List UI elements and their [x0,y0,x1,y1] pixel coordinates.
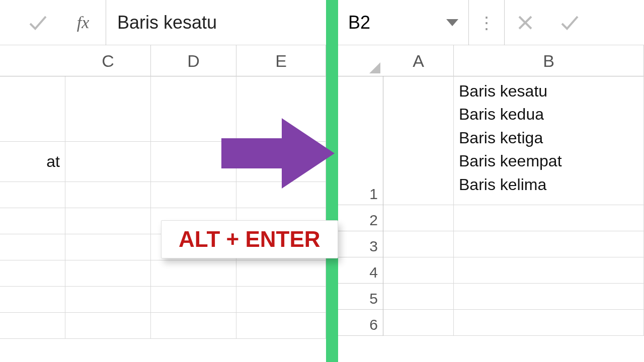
cell-line: Baris kedua [459,103,562,126]
column-headers: C D E [0,45,326,76]
cell[interactable] [0,76,65,142]
cell[interactable] [236,313,326,339]
select-all-triangle[interactable] [338,45,383,76]
col-header-blank [0,45,65,76]
cell[interactable] [383,205,454,231]
table-row[interactable] [0,260,326,287]
cell[interactable] [0,182,65,208]
shortcut-callout: ALT + ENTER [161,220,338,258]
cell[interactable] [65,142,151,182]
chevron-down-icon [446,19,458,26]
formula-bar: fx Baris kesatu [0,0,326,45]
cancel-icon[interactable] [504,0,544,45]
name-box[interactable]: B2 [338,0,469,45]
col-header-e[interactable]: E [236,45,326,76]
cell[interactable] [236,260,326,287]
cell[interactable] [151,260,236,287]
worksheet-grid-right[interactable]: A B 1 Baris kesatu Baris kedua Baris ket… [338,45,644,362]
cell[interactable] [0,313,65,339]
cell[interactable] [236,287,326,313]
table-row[interactable]: 1 Baris kesatu Baris kedua Baris ketiga … [338,76,644,205]
cell[interactable] [0,234,65,260]
cell[interactable] [65,234,151,260]
cell[interactable] [0,208,65,234]
column-headers: A B [338,45,644,76]
cell[interactable] [383,231,454,257]
cell[interactable] [454,231,644,257]
row-header[interactable]: 6 [338,310,383,336]
cell[interactable] [454,284,644,310]
svg-marker-0 [221,118,335,189]
cell-line: Baris keempat [459,149,562,172]
enter-icon[interactable] [549,0,590,45]
insert-function-label[interactable]: fx [65,0,101,45]
table-row[interactable]: 4 [338,257,644,284]
cell[interactable] [65,76,151,142]
cell[interactable] [383,284,454,310]
cell[interactable] [65,208,151,234]
formula-bar: B2 ⋮ [338,0,644,45]
cell[interactable] [65,260,151,287]
rows-container-right: 1 Baris kesatu Baris kedua Baris ketiga … [338,76,644,362]
cell[interactable] [454,310,644,336]
excel-right-pane: B2 ⋮ A B 1 [338,0,644,362]
table-row[interactable]: 6 [338,310,644,336]
cell-multiline: Baris kesatu Baris kedua Baris ketiga Ba… [459,79,562,196]
table-row[interactable] [0,313,326,339]
cell[interactable] [65,287,151,313]
name-box-value: B2 [348,12,370,33]
row-header[interactable]: 4 [338,257,383,284]
enter-icon[interactable] [20,0,55,45]
col-header-c[interactable]: C [65,45,151,76]
close-icon [517,15,532,30]
formula-input[interactable]: Baris kesatu [106,0,326,45]
cell[interactable] [0,260,65,287]
cell[interactable] [151,313,236,339]
cell[interactable] [383,257,454,284]
col-header-d[interactable]: D [151,45,236,76]
cell[interactable] [65,182,151,208]
table-row[interactable] [0,287,326,313]
cell[interactable] [454,205,644,231]
cell-line: Baris kesatu [459,79,562,103]
arrow-icon [221,116,337,193]
more-icon[interactable]: ⋮ [474,0,499,45]
cell[interactable] [383,310,454,336]
cell[interactable] [0,287,65,313]
cell[interactable] [65,313,151,339]
col-header-a[interactable]: A [383,45,454,76]
worksheet-grid-left[interactable]: C D E at [0,45,326,362]
row-header[interactable]: 2 [338,205,383,231]
table-row[interactable]: 2 [338,205,644,231]
cell-line: Baris ketiga [459,126,562,149]
cell-line: Baris kelima [459,173,562,196]
row-header[interactable]: 1 [338,76,383,205]
row-header[interactable]: 5 [338,284,383,310]
cell[interactable] [454,257,644,284]
cell-b1[interactable]: Baris kesatu Baris kedua Baris ketiga Ba… [454,76,644,205]
row-header[interactable]: 3 [338,231,383,257]
cell[interactable] [151,287,236,313]
table-row[interactable]: 5 [338,284,644,310]
cell[interactable]: at [0,142,65,182]
col-header-b[interactable]: B [454,45,644,76]
cell[interactable] [383,76,454,205]
table-row[interactable]: 3 [338,231,644,257]
